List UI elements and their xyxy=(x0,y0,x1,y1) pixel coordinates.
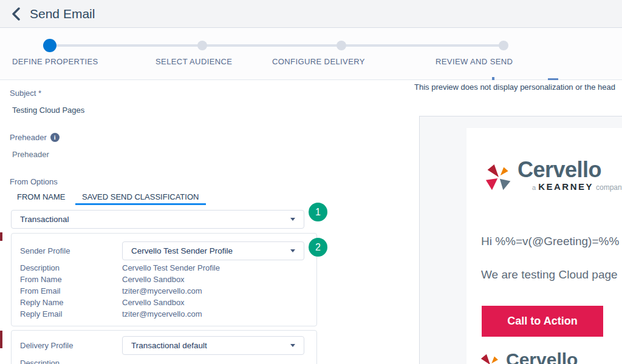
email-body-text: We are testing Cloud page xyxy=(481,268,618,281)
sender-profile-dropdown[interactable]: Cervello Test Sender Profile xyxy=(122,241,304,260)
step-label-select-audience[interactable]: SELECT AUDIENCE xyxy=(156,57,232,66)
stepper-track xyxy=(50,44,504,47)
detail-label: Reply Name xyxy=(20,298,64,307)
detail-label: Reply Email xyxy=(20,309,62,318)
send-classification-value: Transactional xyxy=(20,215,285,224)
preheader-label: Preheader xyxy=(10,133,47,142)
detail-value: Cervello Test Sender Profile xyxy=(122,263,220,272)
cervello-logo-footer: Cervello xyxy=(479,351,578,364)
tab-saved-send-classification[interactable]: SAVED SEND CLASSIFICATION xyxy=(82,192,199,201)
detail-value: Cervello Sandbox xyxy=(122,298,185,307)
left-edge-artifact xyxy=(0,331,2,348)
detail-value: Cervello Sandbox xyxy=(122,275,185,284)
delivery-profile-label: Delivery Profile xyxy=(20,341,73,350)
sender-profile-value: Cervello Test Sender Profile xyxy=(131,246,285,255)
active-tab-underline xyxy=(75,203,206,205)
subject-label: Subject * xyxy=(10,89,41,98)
chevron-down-icon xyxy=(290,249,295,252)
sender-profile-label: Sender Profile xyxy=(20,246,70,255)
sender-profile-box: Sender Profile Cervello Test Sender Prof… xyxy=(11,233,317,326)
step-dot-configure-delivery[interactable] xyxy=(337,41,346,50)
step-label-configure-delivery[interactable]: CONFIGURE DELIVERY xyxy=(272,57,365,66)
cervello-logo: Cervello aKEARNEYcompany xyxy=(485,159,622,194)
from-options-label: From Options xyxy=(10,177,58,186)
logo-brand-text: Cervello xyxy=(518,157,601,182)
detail-label: From Email xyxy=(20,286,60,295)
step-dot-define-properties[interactable] xyxy=(43,39,56,52)
step-label-define-properties[interactable]: DEFINE PROPERTIES xyxy=(12,57,98,66)
clipped-link-fragment xyxy=(548,78,558,80)
subject-field[interactable]: Testing Cloud Pages xyxy=(12,106,84,115)
preheader-field[interactable]: Preheader xyxy=(12,150,49,159)
tab-from-name[interactable]: FROM NAME xyxy=(17,192,65,201)
cervello-pinwheel-icon xyxy=(485,164,513,194)
send-email-screen: Send Email DEFINE PROPERTIES SELECT AUDI… xyxy=(0,0,622,364)
left-edge-artifact xyxy=(0,232,2,241)
clipped-link-fragment xyxy=(492,77,494,80)
preview-notice: This preview does not display personaliz… xyxy=(414,83,615,92)
back-icon[interactable] xyxy=(8,6,24,22)
email-greeting: Hi %%=v(@Greeting)=%% xyxy=(481,235,619,248)
preheader-row: Preheader i xyxy=(10,133,60,142)
detail-value: tziter@mycervello.com xyxy=(122,309,202,318)
logo-brand-text: Cervello xyxy=(506,351,578,364)
step-dot-select-audience[interactable] xyxy=(197,41,207,50)
chevron-down-icon xyxy=(290,218,295,221)
step-dot-review-and-send[interactable] xyxy=(499,41,508,50)
delivery-profile-value: Transactional default xyxy=(131,341,285,350)
annotation-badge-1: 1 xyxy=(309,203,327,221)
delivery-profile-box: Delivery Profile Transactional default D… xyxy=(11,330,317,364)
step-label-review-and-send[interactable]: REVIEW AND SEND xyxy=(436,57,513,66)
detail-value: tziter@mycervello.com xyxy=(122,286,202,295)
call-to-action-button[interactable]: Call to Action xyxy=(482,306,603,337)
page-header: Send Email xyxy=(0,0,622,28)
detail-label: From Name xyxy=(20,275,62,284)
annotation-badge-2: 2 xyxy=(309,238,327,257)
logo-tagline: aKEARNEYcompany xyxy=(532,181,622,192)
chevron-down-icon xyxy=(290,344,295,347)
cervello-pinwheel-icon xyxy=(479,354,502,364)
delivery-profile-dropdown[interactable]: Transactional default xyxy=(122,336,304,355)
detail-label: Description xyxy=(20,263,60,272)
info-icon[interactable]: i xyxy=(50,133,60,142)
delivery-description-label: Description xyxy=(20,359,60,364)
page-title: Send Email xyxy=(30,7,95,21)
progress-stepper: DEFINE PROPERTIES SELECT AUDIENCE CONFIG… xyxy=(0,28,622,80)
send-classification-dropdown[interactable]: Transactional xyxy=(11,210,304,229)
